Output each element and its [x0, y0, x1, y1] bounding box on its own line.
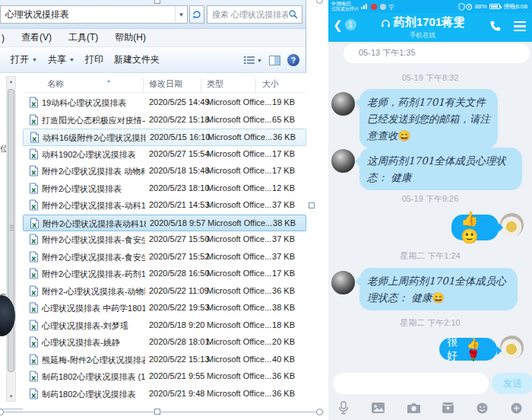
table-row[interactable]: 打造阳光心态积极应对疫情——动科19012020/5/22 15:18Micro… — [23, 112, 306, 129]
chevron-down-icon: ▼ — [32, 57, 37, 62]
new-folder-button[interactable]: 新建文件夹 — [114, 53, 160, 66]
file-size: 36 KB — [252, 132, 296, 142]
column-headers: ▲ 名称 修改日期 类型 大小 — [23, 75, 306, 93]
phone-status-bar: 中国电信仅限紧急呼叫 88% 傍晚6:08 — [328, 0, 532, 13]
message-bubble[interactable]: 👍🙂 — [451, 215, 499, 240]
file-size: 36 KB — [251, 389, 295, 398]
red-packet-icon[interactable] — [442, 402, 454, 414]
file-name: 附件2心理状况摸排表-食安生工18级 殷... — [42, 252, 145, 263]
selection-handle[interactable] — [154, 409, 160, 415]
peer-avatar[interactable] — [331, 271, 355, 294]
file-name: 附件2心理状况摸排表动科1801 — [43, 218, 146, 230]
column-name[interactable]: 名称 — [47, 78, 64, 90]
peer-avatar[interactable] — [331, 92, 355, 116]
selection-handle[interactable] — [316, 0, 323, 4]
message-bubble[interactable]: 老师上周药剂1701全体成员心理状态： 健康😄 — [359, 268, 518, 310]
scroll-up-icon[interactable]: ▲ — [7, 77, 15, 86]
microphone-icon[interactable] — [337, 401, 350, 415]
file-size: 37 KB — [251, 200, 295, 209]
selection-handle[interactable] — [316, 409, 323, 415]
open-button[interactable]: 打开▼ — [11, 53, 37, 66]
message-bubble[interactable]: 老师，药剂1701有关文件已经发送到您的邮箱，请注意查收😄 — [359, 89, 498, 148]
menu-icon[interactable] — [514, 21, 526, 31]
table-row[interactable]: 心理状况摸排表 中药学18012020/5/22 19:53Microsoft … — [23, 300, 306, 317]
excel-file-icon — [30, 218, 40, 231]
table-row[interactable]: 心理状况摸排表-姚静2020/5/28 18:01Microsoft Offic… — [23, 334, 306, 352]
nav-scrollbar[interactable]: ▲ ▼ — [6, 76, 16, 402]
message-bubble[interactable]: 这周药剂1701全体成员心理状态： 健康 — [359, 148, 522, 190]
call-icon[interactable] — [489, 20, 502, 33]
file-size: 37 KB — [251, 252, 295, 261]
table-row[interactable]: 附件2-心理状况摸排表-动物医学1901班2020/5/22 11:09Micr… — [23, 283, 306, 301]
list-view-icon — [244, 56, 255, 65]
table-row[interactable]: 附件2心理状况摸排表 动物科学18022020/5/18 15:48Micros… — [23, 163, 306, 180]
address-dropdown-icon[interactable]: ▼ — [175, 6, 187, 23]
selection-handle[interactable] — [154, 0, 160, 4]
table-row[interactable]: 附件2心理状况摸排表-药剂18012020/5/28 16:50Microsof… — [23, 266, 306, 283]
refresh-button[interactable] — [189, 5, 204, 24]
explorer-topbar: 心理状况摸排表 ▼ 搜索 心理状况摸排表 — [0, 0, 306, 29]
table-row[interactable]: 附件2心理状况摸排表-食安生工18级 殷...2020/5/27 15:50Mi… — [23, 231, 306, 249]
help-icon[interactable]: ? — [287, 54, 299, 66]
phone-chat-panel: 中国电信仅限紧急呼叫 88% 傍晚6:08 — [328, 0, 532, 420]
file-date: 2020/5/25 14:49 — [149, 97, 210, 107]
table-row[interactable]: 附件2心理状况摸排表-食安生工18级 殷...2020/5/27 15:52Mi… — [23, 249, 306, 266]
file-size: 17 KB — [251, 166, 295, 175]
emoji-icon[interactable] — [476, 402, 489, 415]
file-date: 2020/5/21 14:53 — [149, 200, 210, 209]
message-bubble[interactable]: 很好👍🌹 — [439, 338, 497, 361]
send-button[interactable]: 发送 — [492, 373, 532, 394]
file-name: 打造阳光心态积极应对疫情——动科1901 — [42, 115, 145, 126]
table-row[interactable]: 熊延梅-附件2心理状况摸排表2020/5/22 15:13Microsoft O… — [23, 352, 306, 369]
menu-tools[interactable]: 工具(T) — [68, 31, 98, 44]
file-name: 附件2心理状况摸排表 — [42, 183, 145, 195]
file-size: 38 KB — [252, 218, 296, 228]
image-icon[interactable] — [371, 402, 385, 414]
file-name: 制药1802心理状况摸排表 (1) — [42, 371, 145, 383]
menu-view[interactable]: 查看(V) — [21, 31, 52, 44]
share-button[interactable]: 共享▼ — [48, 53, 74, 66]
table-row[interactable]: 制药1802心理状况摸排表 (1)2020/5/21 9:55Microsoft… — [23, 368, 306, 386]
selection-handle[interactable] — [0, 409, 4, 415]
file-name: 制药1802心理状况摸排表 — [42, 389, 145, 400]
column-type[interactable]: 类型 — [207, 78, 223, 90]
column-size[interactable]: 大小 — [262, 78, 279, 90]
file-name: 心理状况摸排表-姚静 — [42, 337, 145, 348]
menu-cutoff-text: ) — [2, 33, 5, 43]
file-date: 2020/5/22 19:53 — [149, 303, 210, 312]
menu-help[interactable]: 帮助(H) — [115, 31, 146, 44]
table-row[interactable]: 心理状况摸排表-刘梦瑶2020/5/18 9:20Microsoft Offic… — [23, 317, 306, 335]
file-name: 附件2心理状况摸排表-食安生工18级 殷... — [42, 234, 145, 246]
file-size: 20 KB — [251, 337, 295, 346]
table-row[interactable]: 19动科心理状况摸排表2020/5/25 14:49Microsoft Offi… — [23, 94, 306, 112]
back-button[interactable]: ❮ 1 — [333, 19, 356, 30]
search-box[interactable]: 搜索 心理状况摸排表 — [207, 5, 302, 24]
plus-icon[interactable] — [510, 402, 523, 415]
excel-file-icon — [29, 388, 39, 401]
preview-pane-icon[interactable] — [269, 56, 280, 65]
search-icon[interactable] — [288, 9, 299, 20]
scroll-down-icon[interactable]: ▼ — [7, 392, 15, 401]
table-row[interactable]: 附件2心理状况摸排表2020/5/23 18:10Microsoft Offic… — [23, 180, 306, 198]
camera-icon[interactable] — [407, 402, 421, 414]
selection-handle[interactable] — [309, 202, 315, 208]
address-bar[interactable]: 心理状况摸排表 ▼ — [0, 5, 188, 24]
peer-avatar[interactable] — [331, 149, 355, 173]
table-row[interactable]: 动科1902心理状况摸排表2020/5/27 15:54Microsoft Of… — [23, 146, 306, 164]
table-row[interactable]: 附件2心理状况摸排表-动科17012020/5/21 14:53Microsof… — [23, 197, 306, 215]
file-date: 2020/5/23 18:10 — [149, 183, 210, 192]
table-row[interactable]: 动科16级附件2心理状况摸排表-陈静2020/5/15 16:10Microso… — [23, 129, 306, 146]
table-row[interactable]: 制药1802心理状况摸排表2020/5/21 9:48Microsoft Off… — [23, 386, 306, 403]
view-options-button[interactable]: ▼ — [244, 56, 262, 65]
chat-header: ❮ 1 药剂1701蒋雯 手机在线 — [328, 13, 532, 42]
file-name: 心理状况摸排表-刘梦瑶 — [42, 320, 145, 332]
file-name: 19动科心理状况摸排表 — [42, 97, 145, 109]
file-size: 36 KB — [251, 371, 295, 380]
message-input[interactable] — [333, 373, 489, 394]
self-avatar[interactable] — [500, 336, 524, 359]
print-button[interactable]: 打印 — [85, 53, 103, 66]
table-row[interactable]: 附件2心理状况摸排表动科18012020/5/18 9:57Microsoft … — [23, 215, 306, 232]
column-date[interactable]: 修改日期 — [149, 78, 182, 90]
self-avatar[interactable] — [500, 213, 524, 237]
file-rows: 19动科心理状况摸排表2020/5/25 14:49Microsoft Offi… — [23, 94, 306, 402]
